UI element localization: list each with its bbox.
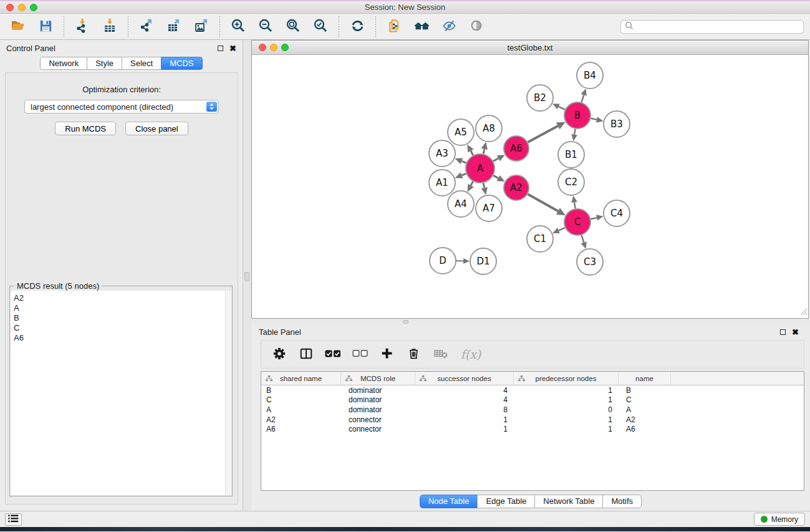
search-field[interactable] bbox=[620, 20, 804, 34]
edge-A-A2[interactable] bbox=[493, 175, 498, 178]
column-layout-button[interactable] bbox=[297, 344, 316, 365]
table-row[interactable]: Cdominator41C bbox=[261, 395, 804, 405]
close-panel-icon[interactable]: ✖ bbox=[229, 46, 236, 52]
float-table-panel-icon[interactable] bbox=[780, 329, 786, 335]
result-item[interactable]: B bbox=[14, 313, 225, 323]
edge-B-B4[interactable] bbox=[582, 95, 584, 102]
edge-C-C2[interactable] bbox=[574, 202, 576, 208]
deselect-all-button[interactable] bbox=[350, 344, 369, 365]
tab-network[interactable]: Network bbox=[40, 57, 87, 70]
task-history-button[interactable] bbox=[5, 513, 22, 526]
edge-B-B3[interactable] bbox=[591, 118, 597, 120]
graph-node-A7[interactable]: A7 bbox=[476, 195, 502, 221]
result-item[interactable]: A2 bbox=[14, 293, 225, 303]
edge-A-A6[interactable] bbox=[493, 158, 498, 162]
close-table-panel-icon[interactable]: ✖ bbox=[792, 329, 799, 336]
edge-C-C3[interactable] bbox=[582, 235, 584, 243]
column-header-shared-name[interactable]: shared name bbox=[261, 372, 341, 385]
result-item[interactable]: A6 bbox=[14, 333, 225, 343]
graph-node-B3[interactable]: B3 bbox=[604, 111, 630, 137]
zoom-window-button[interactable] bbox=[30, 4, 37, 11]
open-file-button[interactable] bbox=[6, 16, 30, 37]
graph-node-A4[interactable]: A4 bbox=[448, 191, 474, 217]
add-column-button[interactable] bbox=[377, 344, 396, 365]
column-header-mcds-role[interactable]: MCDS role bbox=[341, 372, 415, 385]
zoom-network-button[interactable] bbox=[281, 44, 289, 51]
search-input[interactable] bbox=[636, 22, 799, 31]
edge-A-A3[interactable] bbox=[461, 161, 466, 163]
graph-node-A2[interactable]: A2 bbox=[504, 175, 529, 200]
horizontal-splitter[interactable] bbox=[251, 319, 810, 324]
float-panel-icon[interactable] bbox=[218, 46, 223, 51]
column-header-name[interactable]: name bbox=[619, 372, 671, 385]
graph-node-B1[interactable]: B1 bbox=[558, 142, 584, 168]
graph-node-C2[interactable]: C2 bbox=[558, 169, 584, 195]
export-network-button[interactable] bbox=[135, 16, 158, 37]
criterion-dropdown[interactable]: largest connected component (directed) bbox=[24, 100, 219, 114]
table-row[interactable]: A2connector11A2 bbox=[261, 415, 804, 425]
save-session-button[interactable] bbox=[34, 16, 57, 37]
minimize-network-button[interactable] bbox=[270, 44, 277, 51]
graph-node-B[interactable]: B bbox=[564, 102, 591, 128]
graph-node-A8[interactable]: A8 bbox=[476, 115, 502, 142]
import-table-button[interactable] bbox=[98, 16, 122, 37]
graph-node-A1[interactable]: A1 bbox=[429, 170, 455, 196]
graph-node-D1[interactable]: D1 bbox=[470, 248, 496, 274]
mcds-result-list[interactable]: A2ABCA6 bbox=[11, 291, 225, 495]
graph-node-C1[interactable]: C1 bbox=[527, 226, 553, 252]
tab-edge-table[interactable]: Edge Table bbox=[477, 495, 535, 508]
settings-button[interactable] bbox=[270, 344, 289, 365]
show-panels-button[interactable] bbox=[465, 16, 488, 37]
home-button[interactable] bbox=[410, 16, 433, 37]
zoom-selected-button[interactable] bbox=[309, 16, 332, 37]
tab-motifs[interactable]: Motifs bbox=[602, 495, 642, 508]
graph-node-A6[interactable]: A6 bbox=[504, 136, 529, 161]
graph-node-C[interactable]: C bbox=[564, 209, 591, 235]
select-all-button[interactable] bbox=[324, 344, 342, 365]
tab-mcds[interactable]: MCDS bbox=[161, 57, 202, 70]
vertical-splitter-handle[interactable] bbox=[244, 272, 249, 281]
zoom-in-button[interactable] bbox=[226, 16, 250, 37]
graph-node-C3[interactable]: C3 bbox=[577, 249, 603, 275]
resize-grip-icon[interactable] bbox=[800, 308, 808, 317]
clone-network-button[interactable] bbox=[382, 16, 406, 37]
column-header-predecessor-nodes[interactable]: predecessor nodes bbox=[514, 372, 619, 385]
refresh-button[interactable] bbox=[345, 16, 369, 37]
vertical-splitter[interactable] bbox=[243, 40, 251, 511]
edge-C-C4[interactable] bbox=[591, 218, 597, 219]
node-table[interactable]: shared nameMCDS rolesuccessor nodesprede… bbox=[261, 371, 804, 491]
graph-node-D[interactable]: D bbox=[430, 248, 456, 274]
edge-C-C1[interactable] bbox=[559, 228, 565, 231]
tab-network-table[interactable]: Network Table bbox=[534, 495, 603, 508]
network-window-titlebar[interactable]: testGlobe.txt bbox=[252, 41, 808, 55]
minimize-window-button[interactable] bbox=[18, 4, 26, 11]
close-network-button[interactable] bbox=[259, 44, 266, 51]
edge-A-A7[interactable] bbox=[483, 183, 485, 188]
table-row[interactable]: Bdominator41B bbox=[261, 385, 804, 395]
network-canvas[interactable]: B4B2BB3A5A8A6B1A3AA1C2A2A4A7C4CC1C3DD1 bbox=[252, 56, 808, 318]
result-scrollbar[interactable] bbox=[225, 291, 231, 495]
edge-A-A4[interactable] bbox=[471, 181, 473, 185]
edge-A-A1[interactable] bbox=[462, 173, 466, 175]
delete-column-button[interactable] bbox=[404, 344, 423, 365]
graph-node-A[interactable]: A bbox=[466, 154, 494, 183]
table-row[interactable]: Adominator80A bbox=[261, 405, 804, 415]
graph-node-A5[interactable]: A5 bbox=[448, 119, 474, 145]
edge-A2-C[interactable] bbox=[528, 194, 558, 211]
horizontal-splitter-handle[interactable] bbox=[403, 320, 408, 324]
tab-style[interactable]: Style bbox=[87, 57, 122, 70]
close-panel-button[interactable]: Close panel bbox=[125, 122, 188, 135]
close-window-button[interactable] bbox=[6, 4, 14, 11]
result-item[interactable]: C bbox=[14, 323, 225, 333]
zoom-fit-button[interactable] bbox=[281, 16, 305, 37]
export-image-button[interactable] bbox=[190, 16, 213, 37]
export-table-button[interactable] bbox=[162, 16, 186, 37]
edge-A-A5[interactable] bbox=[471, 151, 473, 155]
column-header-successor-nodes[interactable]: successor nodes bbox=[415, 372, 514, 385]
zoom-out-button[interactable] bbox=[254, 16, 277, 37]
edge-B-B1[interactable] bbox=[574, 129, 575, 135]
tab-select[interactable]: Select bbox=[122, 57, 162, 70]
graph-node-A3[interactable]: A3 bbox=[429, 140, 455, 167]
tab-node-table[interactable]: Node Table bbox=[420, 495, 478, 508]
edge-A6-B[interactable] bbox=[528, 126, 557, 142]
